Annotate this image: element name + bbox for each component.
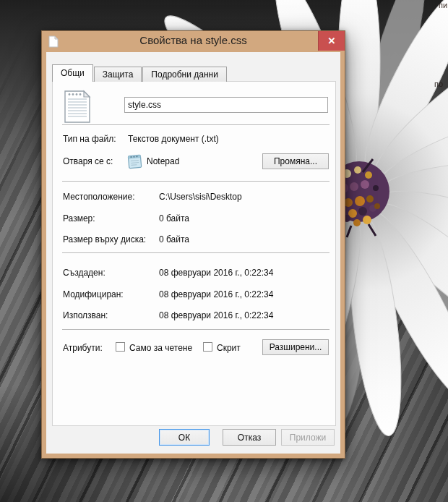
window-title: Свойства на style.css xyxy=(42,34,345,46)
separator xyxy=(62,124,329,125)
dialog-footer: ОК Отказ Приложи xyxy=(159,429,335,446)
accessed-label: Използван: xyxy=(63,310,108,320)
hidden-checkbox[interactable] xyxy=(203,342,212,352)
separator xyxy=(62,252,329,253)
separator xyxy=(62,181,329,182)
accessed-value: 08 февруари 2016 г., 0:22:34 xyxy=(159,310,273,320)
size-on-disk-value: 0 байта xyxy=(159,234,189,244)
location-label: Местоположение: xyxy=(63,192,134,202)
tab-security[interactable]: Защита xyxy=(94,67,142,82)
created-value: 08 февруари 2016 г., 0:22:34 xyxy=(159,268,273,278)
attributes-label: Атрибути: xyxy=(63,343,103,353)
opens-with-label: Отваря се с: xyxy=(63,156,113,166)
screen: пи по Свойства на style.css ✕ Общи Защит… xyxy=(0,0,448,502)
readonly-checkbox[interactable] xyxy=(116,342,125,352)
properties-dialog: Свойства на style.css ✕ Общи Защита Подр… xyxy=(41,30,345,459)
general-tab-page: Тип на файл: Текстов документ (.txt) Отв… xyxy=(52,81,336,426)
text-file-icon xyxy=(63,90,92,124)
advanced-button[interactable]: Разширени... xyxy=(262,339,329,355)
tab-strip: Общи Защита Подробни данни xyxy=(52,64,228,82)
modified-value: 08 февруари 2016 г., 0:22:34 xyxy=(159,289,273,299)
ok-button[interactable]: ОК xyxy=(159,429,210,446)
file-type-value: Текстов документ (.txt) xyxy=(128,134,219,144)
close-button[interactable]: ✕ xyxy=(318,31,345,51)
size-on-disk-label: Размер върху диска: xyxy=(63,234,146,244)
titlebar[interactable]: Свойства на style.css ✕ xyxy=(42,31,345,52)
hidden-label: Скрит xyxy=(217,343,241,353)
modified-label: Модифициран: xyxy=(63,289,124,299)
tab-general[interactable]: Общи xyxy=(52,64,93,82)
cancel-button[interactable]: Отказ xyxy=(223,429,276,446)
close-icon: ✕ xyxy=(328,35,336,46)
location-value: C:\Users\sisi\Desktop xyxy=(159,192,242,202)
tab-details[interactable]: Подробни данни xyxy=(142,67,227,82)
filename-input[interactable] xyxy=(124,97,328,113)
separator xyxy=(62,329,329,330)
change-button[interactable]: Промяна... xyxy=(262,153,329,169)
file-type-label: Тип на файл: xyxy=(63,134,116,144)
created-label: Създаден: xyxy=(63,268,105,278)
readonly-label: Само за четене xyxy=(129,343,192,353)
dialog-body: Общи Защита Подробни данни Тип xyxy=(46,52,340,454)
size-label: Размер: xyxy=(63,213,95,224)
opens-with-value: Notepad xyxy=(147,156,179,166)
apply-button[interactable]: Приложи xyxy=(281,429,335,446)
desktop-icon-label-fragment: по xyxy=(434,80,443,88)
size-value: 0 байта xyxy=(159,213,189,224)
desktop-icon-label-fragment: пи xyxy=(439,1,447,9)
notepad-icon xyxy=(127,153,142,169)
